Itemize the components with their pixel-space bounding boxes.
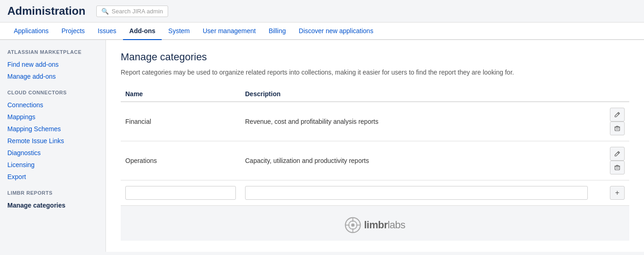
sidebar-item-manage-categories[interactable]: Manage categories <box>7 199 98 211</box>
svg-point-10 <box>351 223 355 226</box>
delete-icon <box>614 164 621 171</box>
main-content: Manage categories Report categories may … <box>106 40 644 252</box>
edit-icon <box>614 111 621 118</box>
search-icon: 🔍 <box>101 8 109 15</box>
nav-item-applications[interactable]: Applications <box>7 23 55 40</box>
svg-rect-4 <box>615 166 620 170</box>
new-name-input[interactable] <box>125 186 236 200</box>
footer-branding: limbrlabs <box>121 206 629 241</box>
sidebar-section-cloud: CLOUD CONNECTORS <box>7 90 98 95</box>
edit-financial-button[interactable] <box>610 108 625 122</box>
sidebar-section-limbr: LIMBR REPORTS <box>7 190 98 196</box>
table-row: Operations Capacity, utilization and pro… <box>121 141 629 180</box>
sidebar-item-export[interactable]: Export <box>7 171 98 183</box>
limbr-brand-name: limbrlabs <box>364 219 405 231</box>
row-financial-name: Financial <box>121 102 240 141</box>
limbr-logo: limbrlabs <box>345 217 405 233</box>
sidebar-section-marketplace: ATLASSIAN MARKETPLACE <box>7 49 98 55</box>
row-operations-actions <box>592 141 629 180</box>
row-operations-name: Operations <box>121 141 240 180</box>
categories-table: Name Description Financial Revenue, cost… <box>121 87 629 206</box>
sidebar: ATLASSIAN MARKETPLACE Find new add-ons M… <box>0 40 106 252</box>
new-category-row: + <box>121 180 629 206</box>
main-title: Manage categories <box>121 51 629 63</box>
table-row: Financial Revenue, cost and profitabilit… <box>121 102 629 141</box>
sidebar-item-remote-issue-links[interactable]: Remote Issue Links <box>7 135 98 147</box>
nav-item-addons[interactable]: Add-ons <box>123 23 162 40</box>
row-financial-desc: Revenue, cost and profitability analysis… <box>240 102 592 141</box>
nav-item-billing[interactable]: Billing <box>262 23 292 40</box>
col-header-name: Name <box>121 87 240 102</box>
nav-item-system[interactable]: System <box>162 23 196 40</box>
edit-operations-button[interactable] <box>610 147 625 161</box>
delete-financial-button[interactable] <box>610 122 625 135</box>
limbr-logo-icon <box>345 217 361 233</box>
nav-item-projects[interactable]: Projects <box>55 23 92 40</box>
sidebar-item-diagnostics[interactable]: Diagnostics <box>7 147 98 159</box>
new-row-actions: + <box>592 180 629 206</box>
sidebar-item-manage-addons[interactable]: Manage add-ons <box>7 70 98 82</box>
new-desc-input[interactable] <box>245 186 588 200</box>
search-placeholder: Search JIRA admin <box>111 8 163 15</box>
nav-item-issues[interactable]: Issues <box>91 23 123 40</box>
edit-icon <box>614 151 621 157</box>
sidebar-item-mappings[interactable]: Mappings <box>7 111 98 123</box>
main-description: Report categories may be used to organiz… <box>121 68 629 77</box>
nav-bar: Applications Projects Issues Add-ons Sys… <box>0 23 644 40</box>
plus-icon: + <box>615 189 619 197</box>
sidebar-item-find-addons[interactable]: Find new add-ons <box>7 58 98 70</box>
col-header-actions <box>592 87 629 102</box>
sidebar-item-mapping-schemes[interactable]: Mapping Schemes <box>7 123 98 135</box>
page-title: Administration <box>7 5 85 17</box>
new-desc-cell <box>240 180 592 206</box>
top-header: Administration 🔍 Search JIRA admin <box>0 0 644 23</box>
sidebar-item-licensing[interactable]: Licensing <box>7 159 98 171</box>
delete-icon <box>614 125 621 132</box>
row-financial-actions <box>592 102 629 141</box>
delete-operations-button[interactable] <box>610 161 625 174</box>
col-header-description: Description <box>240 87 592 102</box>
layout: ATLASSIAN MARKETPLACE Find new add-ons M… <box>0 40 644 252</box>
add-category-button[interactable]: + <box>610 186 625 200</box>
new-name-cell <box>121 180 240 206</box>
nav-item-usermgmt[interactable]: User management <box>196 23 262 40</box>
search-box[interactable]: 🔍 Search JIRA admin <box>96 6 168 17</box>
nav-item-discover[interactable]: Discover new applications <box>293 23 380 40</box>
sidebar-item-connections[interactable]: Connections <box>7 99 98 111</box>
row-operations-desc: Capacity, utilization and productivity r… <box>240 141 592 180</box>
svg-rect-0 <box>615 127 620 131</box>
